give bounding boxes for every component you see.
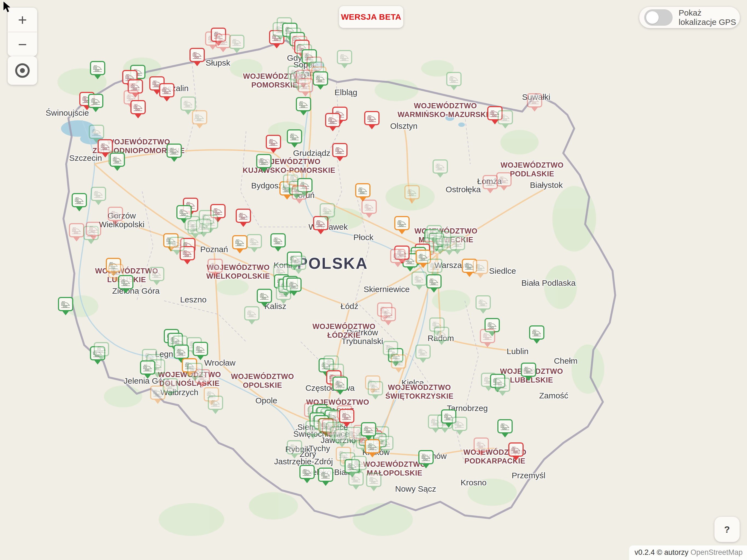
- train-marker[interactable]: [337, 50, 352, 68]
- train-marker[interactable]: [193, 342, 208, 360]
- train-marker[interactable]: [266, 135, 281, 153]
- train-marker[interactable]: [187, 363, 203, 381]
- train-marker[interactable]: [333, 377, 348, 395]
- osm-link[interactable]: OpenStreetMap: [690, 548, 743, 556]
- train-marker[interactable]: [521, 362, 536, 381]
- train-marker[interactable]: [110, 153, 125, 171]
- train-marker[interactable]: [318, 467, 333, 486]
- train-marker[interactable]: [140, 360, 155, 379]
- train-marker[interactable]: [94, 342, 109, 360]
- train-marker[interactable]: [236, 209, 251, 227]
- zoom-in-button[interactable]: +: [8, 8, 37, 32]
- train-marker[interactable]: [361, 422, 376, 440]
- train-marker[interactable]: [169, 237, 185, 255]
- train-marker[interactable]: [271, 233, 286, 252]
- train-marker[interactable]: [426, 274, 442, 292]
- train-marker[interactable]: [434, 327, 449, 345]
- train-marker[interactable]: [383, 341, 398, 359]
- train-marker[interactable]: [433, 159, 448, 178]
- train-marker[interactable]: [247, 234, 262, 252]
- train-marker[interactable]: [192, 110, 207, 128]
- train-marker[interactable]: [291, 256, 306, 274]
- train-marker[interactable]: [208, 396, 223, 414]
- train-marker[interactable]: [394, 216, 410, 234]
- train-marker[interactable]: [166, 144, 182, 162]
- train-marker[interactable]: [229, 35, 244, 53]
- train-marker[interactable]: [361, 200, 377, 218]
- train-marker[interactable]: [378, 436, 393, 454]
- train-marker[interactable]: [332, 143, 347, 161]
- train-marker[interactable]: [480, 329, 495, 347]
- train-marker[interactable]: [86, 222, 101, 240]
- train-marker[interactable]: [208, 259, 223, 277]
- train-marker[interactable]: [292, 185, 307, 204]
- train-marker[interactable]: [287, 129, 302, 148]
- train-marker[interactable]: [300, 465, 315, 483]
- train-marker[interactable]: [498, 110, 513, 128]
- train-marker[interactable]: [346, 427, 361, 445]
- train-marker[interactable]: [446, 72, 462, 90]
- train-marker[interactable]: [497, 419, 513, 437]
- train-marker[interactable]: [108, 207, 123, 225]
- train-marker[interactable]: [118, 275, 133, 294]
- train-marker[interactable]: [351, 456, 367, 474]
- train-marker[interactable]: [296, 97, 311, 116]
- train-marker[interactable]: [473, 437, 489, 456]
- train-marker[interactable]: [319, 203, 335, 222]
- train-marker-body: [452, 417, 467, 431]
- help-button[interactable]: ?: [715, 517, 740, 542]
- train-marker[interactable]: [415, 345, 431, 363]
- train-marker[interactable]: [276, 286, 291, 304]
- train-marker[interactable]: [232, 235, 248, 253]
- train-marker[interactable]: [244, 306, 259, 325]
- train-marker[interactable]: [368, 381, 383, 400]
- train-marker[interactable]: [404, 185, 420, 203]
- train-marker[interactable]: [287, 440, 302, 459]
- train-marker[interactable]: [427, 225, 442, 244]
- train-marker[interactable]: [72, 193, 87, 211]
- train-marker[interactable]: [418, 450, 434, 468]
- train-marker[interactable]: [90, 61, 105, 79]
- train-marker[interactable]: [88, 94, 103, 112]
- train-marker[interactable]: [313, 71, 328, 90]
- train-marker[interactable]: [69, 223, 84, 241]
- train-marker[interactable]: [412, 272, 427, 290]
- train-marker[interactable]: [130, 100, 146, 119]
- train-marker[interactable]: [149, 267, 164, 285]
- train-marker[interactable]: [527, 93, 542, 111]
- train-marker[interactable]: [450, 236, 465, 254]
- train-marker[interactable]: [475, 295, 491, 314]
- train-marker[interactable]: [215, 34, 231, 52]
- gps-toggle-switch[interactable]: [644, 9, 673, 26]
- train-marker[interactable]: [483, 175, 498, 193]
- train-marker[interactable]: [349, 472, 364, 490]
- train-marker[interactable]: [159, 83, 175, 101]
- train-marker[interactable]: [325, 113, 340, 131]
- train-icon: [435, 162, 446, 171]
- train-marker[interactable]: [495, 378, 510, 396]
- train-marker[interactable]: [196, 219, 211, 237]
- train-marker[interactable]: [496, 172, 512, 190]
- zoom-out-button[interactable]: −: [8, 32, 37, 56]
- train-marker[interactable]: [508, 442, 524, 461]
- train-marker[interactable]: [355, 183, 370, 202]
- train-marker[interactable]: [189, 48, 205, 66]
- train-marker[interactable]: [364, 111, 380, 129]
- train-marker[interactable]: [473, 260, 488, 278]
- train-marker[interactable]: [91, 187, 106, 205]
- train-marker[interactable]: [381, 307, 396, 325]
- train-marker[interactable]: [390, 249, 406, 267]
- train-marker[interactable]: [366, 473, 381, 491]
- train-marker-body: [333, 377, 348, 391]
- train-marker[interactable]: [452, 417, 467, 435]
- locate-button[interactable]: [8, 56, 37, 85]
- train-marker[interactable]: [339, 409, 354, 427]
- train-marker[interactable]: [163, 378, 178, 397]
- train-marker[interactable]: [256, 154, 272, 172]
- train-marker[interactable]: [529, 325, 544, 344]
- train-marker[interactable]: [298, 78, 313, 97]
- train-marker[interactable]: [58, 297, 73, 315]
- train-marker[interactable]: [257, 289, 272, 307]
- train-marker-body: [88, 94, 103, 108]
- train-marker[interactable]: [305, 421, 321, 439]
